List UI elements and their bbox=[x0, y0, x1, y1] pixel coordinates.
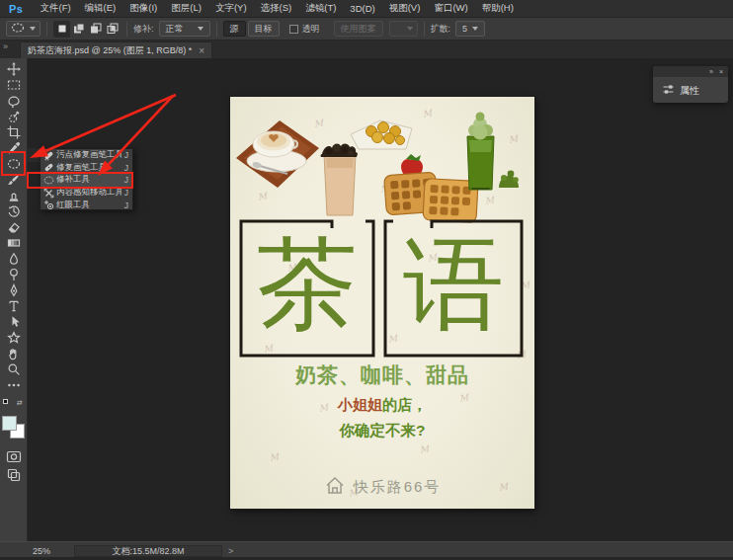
diffusion-label: 扩散: bbox=[431, 23, 451, 36]
status-options-chevron[interactable]: > bbox=[228, 546, 233, 556]
canvas-area[interactable]: M M M M M M M M M M M M M M M M M M bbox=[28, 58, 733, 541]
crop-tool[interactable] bbox=[0, 124, 28, 140]
poster-title-char-left: 茶 bbox=[257, 234, 358, 335]
separator bbox=[216, 22, 217, 37]
collapse-panel-icon[interactable]: » bbox=[3, 41, 7, 51]
diffusion-value: 5 bbox=[462, 24, 467, 34]
tool-preset-dropdown[interactable] bbox=[6, 21, 41, 37]
menu-bar: Ps 文件(F) 编辑(E) 图像(I) 图层(L) 文字(Y) 选择(S) 滤… bbox=[0, 0, 733, 18]
subtract-selection-mode-button[interactable] bbox=[87, 21, 104, 38]
pattern-picker-dropdown[interactable] bbox=[389, 21, 418, 37]
status-bar: 25% 文档:15.5M/82.8M > bbox=[0, 541, 733, 560]
pen-tool[interactable] bbox=[0, 282, 28, 298]
document-tab-bar: » 奶茶店海报.psd @ 25% (图层 1, RGB/8) * × bbox=[0, 40, 733, 58]
source-toggle-button[interactable]: 源 bbox=[223, 21, 246, 37]
poster-tagline-1: 小姐姐的店， bbox=[230, 396, 534, 415]
target-toggle-button[interactable]: 目标 bbox=[248, 21, 280, 37]
add-selection-mode-button[interactable] bbox=[70, 21, 87, 38]
close-panel-icon[interactable]: × bbox=[719, 68, 723, 75]
zoom-tool[interactable] bbox=[0, 361, 28, 377]
menu-item-spot-healing-brush[interactable]: 污点修复画笔工具 J bbox=[41, 149, 132, 162]
document-tab[interactable]: 奶茶店海报.psd @ 25% (图层 1, RGB/8) * × bbox=[20, 41, 212, 58]
zoom-level-field[interactable]: 25% bbox=[33, 546, 50, 556]
color-swatches bbox=[2, 416, 26, 441]
patch-mode-value: 正常 bbox=[166, 23, 184, 36]
quick-mask-button[interactable] bbox=[0, 448, 28, 464]
document-info: 文档:15.5M/82.8M bbox=[74, 545, 222, 557]
tagline-highlight: 小姐姐 bbox=[338, 396, 382, 413]
intersect-selection-mode-button[interactable] bbox=[104, 21, 121, 38]
menu-type[interactable]: 文字(Y) bbox=[208, 2, 254, 15]
blur-tool[interactable] bbox=[0, 251, 28, 267]
properties-tab[interactable]: 属性 bbox=[653, 77, 728, 98]
content-aware-move-icon bbox=[43, 188, 56, 199]
hand-tool[interactable] bbox=[0, 346, 28, 361]
toolbar: ⇄ bbox=[0, 58, 28, 560]
poster-title-char-right: 语 bbox=[403, 234, 504, 335]
use-pattern-button[interactable]: 使用图案 bbox=[334, 21, 383, 37]
flyout-anchor bbox=[28, 148, 40, 162]
photoshop-window: Ps 文件(F) 编辑(E) 图像(I) 图层(L) 文字(Y) 选择(S) 滤… bbox=[0, 0, 733, 560]
patch-mode-label: 修补: bbox=[133, 23, 154, 36]
annotation-box-menu-item bbox=[27, 172, 133, 189]
chevron-down-icon bbox=[30, 27, 36, 31]
custom-shape-tool[interactable] bbox=[0, 330, 28, 346]
default-colors-icon[interactable] bbox=[3, 399, 8, 404]
menu-item-red-eye[interactable]: 红眼工具 J bbox=[41, 199, 132, 211]
close-tab-icon[interactable]: × bbox=[199, 45, 204, 56]
move-tool[interactable] bbox=[0, 61, 28, 77]
poster-subtitle: 奶茶、咖啡、甜品 bbox=[230, 361, 534, 389]
chevron-down-icon bbox=[472, 27, 478, 31]
annotation-box-patch-tool bbox=[1, 151, 26, 176]
gradient-tool[interactable] bbox=[0, 235, 28, 251]
document-tab-title: 奶茶店海报.psd @ 25% (图层 1, RGB/8) * bbox=[28, 44, 192, 57]
patch-tool-icon bbox=[11, 22, 25, 36]
menu-image[interactable]: 图像(I) bbox=[122, 2, 164, 15]
transparent-checkbox[interactable] bbox=[289, 25, 298, 34]
clone-stamp-tool[interactable] bbox=[0, 188, 28, 203]
patch-mode-dropdown[interactable]: 正常 bbox=[159, 21, 210, 37]
history-brush-tool[interactable] bbox=[0, 203, 28, 219]
chevron-down-icon bbox=[407, 27, 413, 31]
screen-mode-button[interactable] bbox=[0, 467, 28, 483]
menu-help[interactable]: 帮助(H) bbox=[475, 2, 521, 15]
swap-colors-icon[interactable]: ⇄ bbox=[17, 399, 23, 406]
menu-view[interactable]: 视图(V) bbox=[382, 2, 428, 15]
default-swap-colors[interactable]: ⇄ bbox=[3, 399, 25, 408]
menu-window[interactable]: 窗口(W) bbox=[427, 2, 474, 15]
menu-3d[interactable]: 3D(D) bbox=[343, 3, 381, 14]
properties-icon bbox=[662, 83, 675, 98]
menu-filter[interactable]: 滤镜(T) bbox=[298, 2, 343, 15]
menu-layer[interactable]: 图层(L) bbox=[164, 2, 208, 15]
lasso-tool[interactable] bbox=[0, 93, 28, 109]
menu-select[interactable]: 选择(S) bbox=[254, 2, 299, 15]
separator bbox=[424, 22, 425, 37]
poster-address: 快乐路66号 bbox=[230, 475, 534, 500]
eraser-tool[interactable] bbox=[0, 219, 28, 235]
separator bbox=[46, 22, 47, 37]
house-icon bbox=[324, 475, 346, 500]
collapse-panel-icon[interactable]: » bbox=[709, 68, 713, 75]
poster-document[interactable]: M M M M M M M M M M M M M M M M M M bbox=[230, 97, 534, 509]
separator bbox=[126, 22, 127, 37]
poster-tagline-2: 你确定不来? bbox=[230, 421, 534, 441]
menu-edit[interactable]: 编辑(E) bbox=[78, 2, 123, 15]
spot-healing-brush-icon bbox=[43, 150, 56, 161]
menu-file[interactable]: 文件(F) bbox=[33, 2, 77, 15]
type-tool[interactable] bbox=[0, 298, 28, 314]
marquee-tool[interactable] bbox=[0, 77, 28, 93]
quick-selection-tool[interactable] bbox=[0, 109, 28, 124]
transparent-label: 透明 bbox=[302, 23, 320, 36]
red-eye-icon bbox=[43, 200, 56, 210]
ps-logo: Ps bbox=[9, 3, 23, 15]
tool-options-bar: 修补: 正常 源 目标 透明 使用图案 扩散: 5 bbox=[0, 18, 733, 40]
diffusion-dropdown[interactable]: 5 bbox=[455, 21, 485, 37]
edit-toolbar-icon[interactable] bbox=[0, 377, 28, 393]
new-selection-mode-button[interactable] bbox=[53, 21, 70, 38]
properties-panel: » × 属性 bbox=[653, 66, 728, 103]
foreground-color-swatch[interactable] bbox=[2, 416, 17, 431]
dodge-tool[interactable] bbox=[0, 267, 28, 282]
poster-address-text: 快乐路66号 bbox=[354, 478, 442, 497]
path-selection-tool[interactable] bbox=[0, 314, 28, 330]
properties-panel-header: » × bbox=[653, 66, 728, 77]
